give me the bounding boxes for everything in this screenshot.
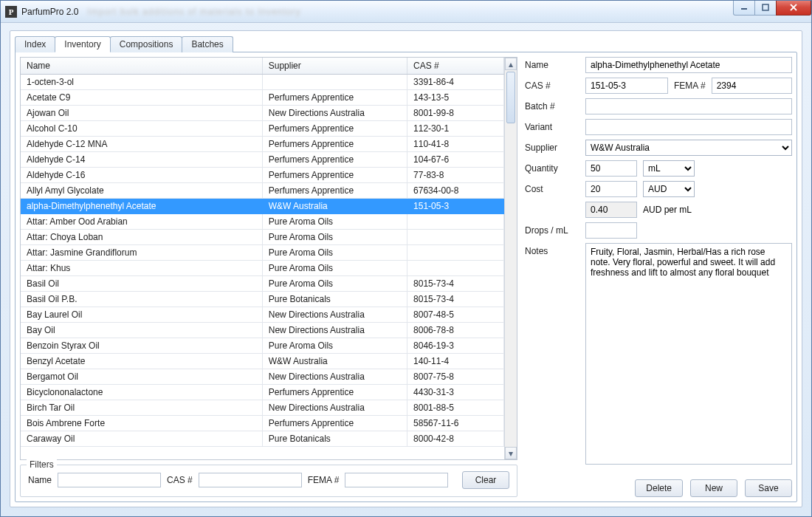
detail-currency-select[interactable]: AUD bbox=[643, 181, 695, 197]
minimize-button[interactable] bbox=[733, 1, 755, 16]
cell-name: Benzyl Acetate bbox=[21, 354, 262, 369]
table-row[interactable]: Attar: Amber Ood ArabianPure Aroma Oils bbox=[21, 214, 504, 230]
scroll-down-button[interactable]: ▾ bbox=[505, 447, 517, 459]
table-row[interactable]: Allyl Amyl GlycolatePerfumers Apprentice… bbox=[21, 183, 504, 199]
table-row[interactable]: Alcohol C-10Perfumers Apprentice112-30-1 bbox=[21, 121, 504, 137]
table-row[interactable]: Basil OilPure Aroma Oils8015-73-4 bbox=[21, 276, 504, 292]
table-row[interactable]: 1-octen-3-ol3391-86-4 bbox=[21, 75, 504, 90]
cell-name: 1-octen-3-ol bbox=[21, 75, 262, 90]
cell-cas: 8001-88-5 bbox=[407, 400, 504, 416]
cell-name: Acetate C9 bbox=[21, 90, 262, 106]
table-row[interactable]: Ajowan OilNew Directions Australia8001-9… bbox=[21, 106, 504, 121]
scroll-thumb[interactable] bbox=[506, 72, 515, 123]
table-row[interactable]: Benzyl AcetateW&W Australia140-11-4 bbox=[21, 354, 504, 369]
col-header-cas[interactable]: CAS # bbox=[407, 58, 504, 75]
cell-cas bbox=[407, 230, 504, 245]
cell-cas: 58567-11-6 bbox=[407, 416, 504, 431]
close-button[interactable] bbox=[776, 1, 811, 16]
detail-quantity-input[interactable] bbox=[585, 160, 637, 177]
detail-batch-input[interactable] bbox=[585, 98, 792, 114]
cell-name: Aldehyde C-16 bbox=[21, 168, 262, 183]
vertical-scrollbar[interactable]: ▴ ▾ bbox=[504, 58, 517, 459]
cell-supplier: W&W Australia bbox=[262, 199, 407, 214]
table-row[interactable]: Bois Ambrene FortePerfumers Apprentice58… bbox=[21, 416, 504, 431]
table-row[interactable]: Attar: Choya LobanPure Aroma Oils bbox=[21, 230, 504, 245]
detail-quantity-unit-select[interactable]: mL bbox=[643, 160, 695, 177]
tab-batches[interactable]: Batches bbox=[182, 36, 233, 52]
filters-group: Filters Name CAS # FEMA # Clear bbox=[20, 465, 517, 497]
window-title: ParfumPro 2.0 bbox=[21, 7, 78, 17]
tab-body: Name Supplier CAS # 1-octen-3-ol3391-86-… bbox=[15, 52, 797, 502]
detail-cost-label: Cost bbox=[525, 184, 578, 194]
tab-strip: Index Inventory Compositions Batches bbox=[15, 36, 797, 52]
cell-name: Attar: Jasmine Grandiflorum bbox=[21, 245, 262, 261]
detail-supplier-label: Supplier bbox=[525, 143, 578, 153]
table-row[interactable]: alpha-Dimethylphenethyl AcetateW&W Austr… bbox=[21, 199, 504, 214]
col-header-name[interactable]: Name bbox=[21, 58, 262, 75]
table-row[interactable]: Attar: KhusPure Aroma Oils bbox=[21, 261, 504, 276]
tab-inventory[interactable]: Inventory bbox=[55, 36, 110, 52]
cell-cas: 151-05-3 bbox=[407, 199, 504, 214]
detail-fema-label: FEMA # bbox=[674, 81, 706, 91]
table-row[interactable]: Aldehyde C-12 MNAPerfumers Apprentice110… bbox=[21, 137, 504, 152]
table-row[interactable]: Aldehyde C-14Perfumers Apprentice104-67-… bbox=[21, 152, 504, 168]
maximize-button[interactable] bbox=[754, 1, 777, 16]
cell-supplier: Pure Aroma Oils bbox=[262, 338, 407, 354]
table-row[interactable]: Basil Oil P.B.Pure Botanicals8015-73-4 bbox=[21, 292, 504, 307]
table-row[interactable]: Birch Tar OilNew Directions Australia800… bbox=[21, 400, 504, 416]
titlebar: P ParfumPro 2.0 Import bulk additions of… bbox=[1, 1, 811, 23]
cell-supplier: Perfumers Apprentice bbox=[262, 152, 407, 168]
table-row[interactable]: Bay OilNew Directions Australia8006-78-8 bbox=[21, 323, 504, 338]
cell-cas: 8007-48-5 bbox=[407, 307, 504, 323]
scroll-track[interactable] bbox=[505, 70, 517, 447]
cell-name: Basil Oil P.B. bbox=[21, 292, 262, 307]
table-row[interactable]: Benzoin Styrax OilPure Aroma Oils8046-19… bbox=[21, 338, 504, 354]
detail-variant-input[interactable] bbox=[585, 119, 792, 135]
cell-supplier: Perfumers Apprentice bbox=[262, 183, 407, 199]
col-header-supplier[interactable]: Supplier bbox=[262, 58, 407, 75]
table-row[interactable]: Bay Laurel OilNew Directions Australia80… bbox=[21, 307, 504, 323]
cell-supplier: Pure Botanicals bbox=[262, 431, 407, 447]
detail-drops-input[interactable] bbox=[585, 222, 637, 239]
table-row[interactable]: Attar: Jasmine GrandiflorumPure Aroma Oi… bbox=[21, 245, 504, 261]
table-row[interactable]: Acetate C9Perfumers Apprentice143-13-5 bbox=[21, 90, 504, 106]
detail-fema-input[interactable] bbox=[712, 78, 792, 94]
detail-name-input[interactable] bbox=[585, 57, 792, 73]
client-area: Index Inventory Compositions Batches Nam… bbox=[10, 30, 802, 507]
delete-button[interactable]: Delete bbox=[635, 479, 683, 497]
filter-name-input[interactable] bbox=[58, 473, 161, 487]
filter-cas-input[interactable] bbox=[199, 473, 302, 487]
table-row[interactable]: BicyclononalactonePerfumers Apprentice44… bbox=[21, 385, 504, 400]
cell-name: Basil Oil bbox=[21, 276, 262, 292]
app-icon: P bbox=[5, 6, 17, 18]
cell-name: Attar: Choya Loban bbox=[21, 230, 262, 245]
table-row[interactable]: Caraway OilPure Botanicals8000-42-8 bbox=[21, 431, 504, 447]
filter-fema-input[interactable] bbox=[345, 473, 448, 487]
cell-supplier: New Directions Australia bbox=[262, 369, 407, 385]
cell-name: Attar: Khus bbox=[21, 261, 262, 276]
cell-name: Alcohol C-10 bbox=[21, 121, 262, 137]
cell-supplier: Perfumers Apprentice bbox=[262, 90, 407, 106]
cell-cas: 112-30-1 bbox=[407, 121, 504, 137]
scroll-up-button[interactable]: ▴ bbox=[505, 58, 517, 70]
table-row[interactable]: Aldehyde C-16Perfumers Apprentice77-83-8 bbox=[21, 168, 504, 183]
cell-name: Bergamot Oil bbox=[21, 369, 262, 385]
filter-cas-label: CAS # bbox=[167, 475, 193, 485]
detail-notes-textarea[interactable] bbox=[585, 243, 792, 465]
filters-legend: Filters bbox=[27, 459, 57, 470]
new-button[interactable]: New bbox=[690, 479, 737, 497]
filters-clear-button[interactable]: Clear bbox=[462, 471, 509, 489]
cell-cas: 3391-86-4 bbox=[407, 75, 504, 90]
tab-compositions[interactable]: Compositions bbox=[110, 36, 183, 52]
cell-supplier: Pure Aroma Oils bbox=[262, 214, 407, 230]
save-button[interactable]: Save bbox=[745, 479, 792, 497]
cell-cas: 77-83-8 bbox=[407, 168, 504, 183]
table-row[interactable]: Bergamot OilNew Directions Australia8007… bbox=[21, 369, 504, 385]
detail-cost-input[interactable] bbox=[585, 181, 637, 197]
cell-cas: 67634-00-8 bbox=[407, 183, 504, 199]
cell-name: Benzoin Styrax Oil bbox=[21, 338, 262, 354]
inventory-table-scroll[interactable]: Name Supplier CAS # 1-octen-3-ol3391-86-… bbox=[21, 58, 504, 459]
detail-cas-input[interactable] bbox=[585, 78, 668, 94]
detail-supplier-select[interactable]: W&W Australia bbox=[585, 140, 792, 156]
tab-index[interactable]: Index bbox=[15, 36, 55, 52]
